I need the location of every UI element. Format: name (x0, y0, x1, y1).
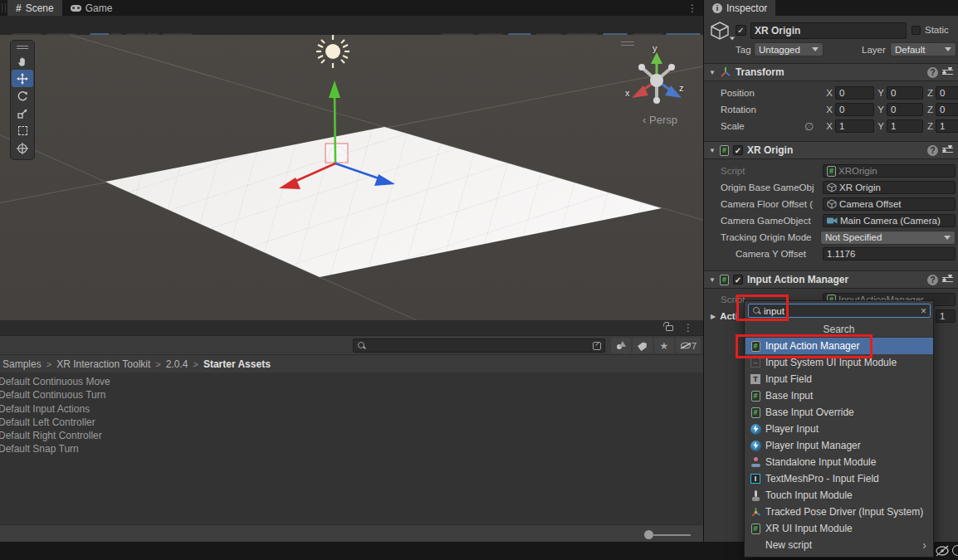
component-item-tracked-pose-driver[interactable]: Tracked Pose Driver (Input System) (745, 504, 933, 520)
scene-panel-menu-icon[interactable] (687, 2, 697, 14)
transform-tool-button[interactable] (12, 139, 33, 157)
position-z-field[interactable]: 0 (936, 86, 958, 100)
component-item-xr-ui-input-module[interactable]: XR UI Input Module (745, 520, 933, 537)
axis-z-label[interactable]: z (679, 83, 684, 93)
breadcrumb-item[interactable]: 2.0.4 (166, 358, 188, 370)
asset-row[interactable]: Default Continuous Move (0, 375, 703, 388)
asset-row[interactable]: Default Right Controller (0, 429, 703, 442)
move-gizmo[interactable] (274, 75, 398, 195)
component-item-player-input-manager[interactable]: Player Input Manager (745, 437, 933, 454)
component-item-standalone-input-module[interactable]: Standalone Input Module (745, 454, 933, 470)
component-search-field[interactable] (748, 304, 931, 318)
open-search-window-icon[interactable] (593, 342, 601, 350)
favorites-button[interactable] (654, 338, 674, 353)
breadcrumb-item[interactable]: XR Interaction Toolkit (56, 358, 150, 370)
tag-dropdown[interactable]: Untagged (754, 42, 824, 56)
gameobject-cube-icon[interactable] (710, 21, 730, 41)
help-icon[interactable] (927, 67, 938, 78)
foldout-icon[interactable] (709, 276, 716, 284)
component-enabled-checkbox[interactable] (733, 145, 743, 155)
sun-light-gizmo-icon[interactable] (312, 35, 354, 71)
layer-dropdown[interactable]: Default (890, 42, 956, 56)
move-tool-button[interactable] (12, 70, 33, 87)
position-y-field[interactable]: 0 (887, 86, 923, 100)
component-item-input-action-manager[interactable]: Input Action Manager (745, 338, 933, 354)
help-icon[interactable] (927, 145, 938, 156)
partial-icon[interactable] (952, 545, 958, 556)
project-menu-icon[interactable] (683, 322, 693, 334)
scale-y-field[interactable]: 1 (887, 119, 923, 133)
tracking-origin-mode-dropdown[interactable]: Not Specified (820, 231, 956, 245)
chevron-down-icon[interactable] (730, 37, 735, 41)
camera-y-offset-field[interactable]: 1.1176 (823, 247, 956, 261)
origin-base-field[interactable]: XR Origin (823, 181, 956, 194)
foldout-icon[interactable] (711, 313, 716, 320)
static-checkbox[interactable] (912, 26, 921, 35)
rotate-tool-button[interactable] (12, 87, 33, 105)
component-item-touch-input-module[interactable]: Touch Input Module (745, 487, 933, 504)
component-enabled-checkbox[interactable] (733, 275, 743, 285)
perspective-toggle[interactable]: Persp (629, 114, 691, 126)
filter-by-type-button[interactable] (611, 338, 631, 353)
scene-viewport[interactable]: x y z Persp (0, 35, 703, 320)
transform-header[interactable]: Transform (704, 63, 958, 81)
clear-search-icon[interactable] (921, 305, 926, 317)
unlock-icon[interactable] (666, 325, 673, 331)
component-search-input[interactable] (764, 306, 918, 316)
project-search-field[interactable] (353, 338, 605, 353)
thumbnail-size-slider-track[interactable] (653, 534, 691, 536)
window-grip-icon[interactable] (2, 3, 6, 12)
component-item-input-system-ui-input-module[interactable]: Input System UI Input Module (745, 354, 933, 371)
breadcrumb-item[interactable]: Samples (2, 358, 42, 370)
component-item-input-field[interactable]: Input Field (745, 371, 933, 387)
rotation-z-field[interactable]: 0 (936, 103, 958, 116)
scene-visibility-icon[interactable] (936, 545, 950, 557)
asset-row[interactable]: Default Input Actions (0, 402, 703, 416)
asset-row[interactable]: Default Snap Turn (0, 442, 703, 455)
xr-origin-header[interactable]: XR Origin (704, 141, 958, 159)
rotation-y-field[interactable]: 0 (887, 103, 923, 116)
tab-game[interactable]: Game (62, 0, 121, 16)
asset-row[interactable]: Default Left Controller (0, 416, 703, 429)
hand-tool-button[interactable] (12, 52, 33, 70)
axis-x-label[interactable]: x (625, 88, 630, 98)
presets-icon[interactable] (942, 67, 953, 78)
scale-x-field[interactable]: 1 (835, 119, 874, 133)
position-x-field[interactable]: 0 (835, 86, 874, 100)
menu-item-new-script[interactable]: New script (745, 537, 933, 553)
scale-link-icon[interactable]: ∅ (804, 120, 823, 133)
presets-icon[interactable] (942, 275, 953, 285)
tab-inspector[interactable]: Inspector (704, 0, 775, 16)
axis-y-label[interactable]: y (653, 43, 657, 53)
project-search-input[interactable] (369, 341, 589, 351)
gameobject-name-field[interactable]: XR Origin (750, 22, 907, 39)
camera-floor-offset-field[interactable]: Camera Offset (823, 197, 956, 211)
component-item-base-input-override[interactable]: Base Input Override (745, 404, 933, 421)
script-field[interactable]: XROrigin (823, 164, 956, 178)
input-action-manager-header[interactable]: Input Action Manager (704, 270, 958, 289)
overlay-grip-icon[interactable] (621, 41, 634, 46)
foldout-icon[interactable] (709, 69, 716, 76)
scale-tool-button[interactable] (12, 105, 33, 122)
camera-gameobject-field[interactable]: Main Camera (Camera) (823, 214, 956, 227)
foldout-icon[interactable] (709, 147, 716, 154)
orientation-gizmo[interactable] (623, 47, 690, 114)
action-assets-count-field[interactable]: 1 (936, 309, 956, 323)
filter-by-label-button[interactable] (633, 338, 653, 353)
component-item-base-input[interactable]: Base Input (745, 387, 933, 404)
overlay-grip-icon[interactable] (17, 46, 28, 49)
tab-scene[interactable]: Scene (7, 0, 62, 16)
rect-tool-button[interactable] (12, 122, 33, 139)
thumbnail-size-slider-thumb[interactable] (644, 530, 653, 539)
breadcrumb-item-current[interactable]: Starter Assets (203, 358, 271, 370)
gameobject-active-checkbox[interactable] (736, 25, 746, 36)
rotation-x-field[interactable]: 0 (835, 103, 874, 116)
asset-row[interactable]: Default Continuous Turn (0, 388, 703, 402)
help-icon[interactable] (927, 275, 938, 285)
hidden-packages-button[interactable]: 7 (676, 338, 701, 353)
scale-z-field[interactable]: 1 (936, 119, 958, 133)
presets-icon[interactable] (942, 145, 953, 156)
xr-origin-title: XR Origin (747, 144, 793, 156)
component-item-textmeshpro-input-field[interactable]: TextMeshPro - Input Field (745, 470, 933, 487)
component-item-player-input[interactable]: Player Input (745, 421, 933, 437)
